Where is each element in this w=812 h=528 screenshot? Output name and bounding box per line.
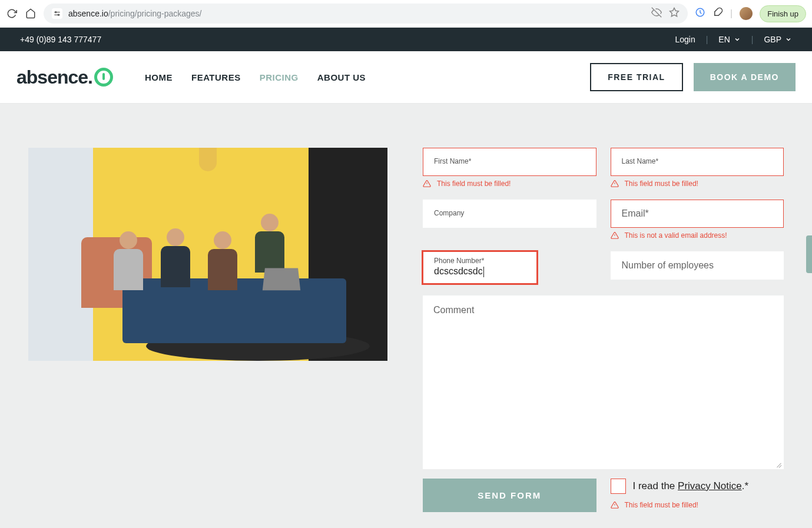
main-nav: absence. HOME FEATURES PRICING ABOUT US … — [0, 51, 812, 104]
chevron-down-icon — [785, 36, 792, 43]
content: First Name* This field must be filled! L… — [0, 104, 812, 528]
first-name-input[interactable]: First Name* — [423, 148, 596, 176]
privacy-error: This field must be filled! — [611, 501, 784, 509]
logo-icon — [94, 68, 113, 87]
phone-value: dcscsdcsdc — [434, 266, 526, 277]
logo-text: absence. — [16, 67, 92, 88]
extension-icon-1[interactable] — [695, 7, 705, 20]
login-link[interactable]: Login — [675, 35, 695, 44]
profile-avatar[interactable] — [740, 7, 753, 20]
company-field: Company — [423, 200, 596, 240]
last-name-input[interactable]: Last Name* — [611, 148, 784, 176]
address-bar[interactable]: absence.io/pricing/pricing-packages/ — [44, 4, 688, 24]
resize-handle[interactable] — [775, 460, 782, 467]
email-label: Email* — [622, 208, 773, 219]
reload-icon[interactable] — [6, 8, 18, 19]
alert-icon — [611, 180, 619, 188]
nav-about[interactable]: ABOUT US — [317, 72, 366, 82]
star-icon[interactable] — [669, 7, 680, 20]
comment-placeholder: Comment — [433, 305, 474, 315]
privacy-label: I read the Privacy Notice.* — [633, 480, 749, 492]
alert-icon — [611, 231, 619, 240]
separator: | — [730, 8, 733, 19]
nav-features[interactable]: FEATURES — [191, 72, 241, 82]
hero-image — [28, 148, 387, 361]
phone-input[interactable]: Phone Number* dcscsdcsdc — [423, 251, 537, 284]
employees-input[interactable]: Number of employees — [611, 251, 784, 280]
comment-textarea[interactable]: Comment — [423, 295, 784, 469]
language-dropdown[interactable]: EN — [718, 35, 740, 44]
book-demo-button[interactable]: BOOK A DEMO — [694, 63, 796, 91]
alert-icon — [611, 501, 619, 509]
eye-off-icon[interactable] — [651, 7, 662, 20]
company-label: Company — [434, 209, 585, 217]
nav-pricing[interactable]: PRICING — [260, 72, 299, 82]
last-name-error: This field must be filled! — [611, 180, 784, 188]
company-input[interactable]: Company — [423, 200, 596, 228]
browser-chrome: absence.io/pricing/pricing-packages/ | F… — [0, 0, 812, 28]
top-bar: +49 (0)89 143 777477 Login | EN | GBP — [0, 28, 812, 51]
employees-field: Number of employees — [611, 251, 784, 284]
last-name-field: Last Name* This field must be filled! — [611, 148, 784, 188]
side-tab[interactable] — [806, 235, 812, 273]
phone-label: Phone Number* — [434, 257, 526, 265]
divider: | — [751, 35, 754, 44]
email-input[interactable]: Email* — [611, 200, 784, 228]
first-name-field: First Name* This field must be filled! — [423, 148, 596, 188]
privacy-link[interactable]: Privacy Notice — [678, 480, 742, 492]
divider: | — [706, 35, 708, 44]
alert-icon — [423, 180, 431, 188]
phone-number: +49 (0)89 143 777477 — [20, 35, 101, 44]
employees-placeholder: Number of employees — [622, 260, 773, 271]
finish-setup-button[interactable]: Finish up — [760, 5, 806, 22]
site-settings-icon[interactable] — [52, 8, 62, 19]
home-icon[interactable] — [25, 8, 37, 19]
contact-form: First Name* This field must be filled! L… — [423, 148, 784, 512]
send-form-button[interactable]: SEND FORM — [423, 479, 596, 512]
last-name-label: Last Name* — [622, 157, 773, 165]
privacy-field: I read the Privacy Notice.* This field m… — [611, 479, 784, 512]
email-error: This is not a valid email address! — [611, 231, 784, 240]
hero-image-container — [28, 148, 387, 512]
chevron-down-icon — [734, 36, 741, 43]
first-name-label: First Name* — [434, 157, 585, 165]
extensions-icon[interactable] — [712, 7, 723, 20]
logo[interactable]: absence. — [16, 67, 113, 88]
currency-dropdown[interactable]: GBP — [764, 35, 792, 44]
free-trial-button[interactable]: FREE TRIAL — [590, 63, 682, 91]
nav-home[interactable]: HOME — [145, 72, 173, 82]
first-name-error: This field must be filled! — [423, 180, 596, 188]
phone-field: Phone Number* dcscsdcsdc — [423, 251, 596, 284]
privacy-checkbox[interactable] — [611, 479, 626, 494]
comment-field: Comment — [423, 295, 784, 469]
url-text: absence.io/pricing/pricing-packages/ — [68, 9, 201, 18]
svg-marker-5 — [670, 8, 679, 16]
email-field: Email* This is not a valid email address… — [611, 200, 784, 240]
